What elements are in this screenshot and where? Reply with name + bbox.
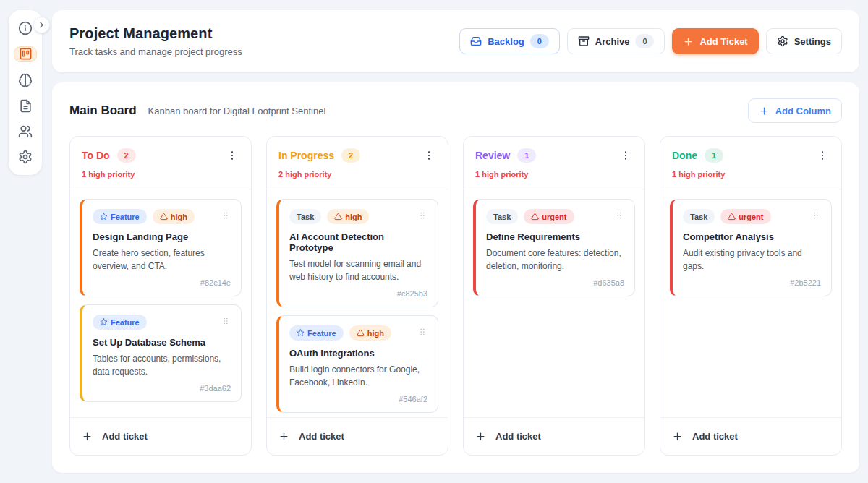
column-title: Done	[672, 150, 697, 161]
column-review: Review 1 1 high priority Task urgent	[463, 136, 645, 456]
add-ticket-column-button[interactable]: Add ticket	[278, 431, 344, 442]
sidebar	[9, 10, 42, 175]
settings-button[interactable]: Settings	[766, 28, 842, 54]
archive-button[interactable]: Archive 0	[567, 28, 665, 54]
column-menu-button[interactable]	[618, 148, 633, 163]
chevron-right-icon	[37, 20, 46, 30]
kebab-icon	[620, 150, 631, 161]
alert-triangle-icon	[334, 213, 342, 221]
column-todo: To Do 2 1 high priority Feature high	[69, 136, 252, 456]
ticket-id: #82c14e	[93, 278, 231, 287]
ticket-id: #546af2	[289, 395, 427, 403]
drag-handle-icon[interactable]	[614, 209, 624, 221]
archive-count-badge: 0	[635, 34, 654, 48]
column-title: Review	[475, 150, 510, 161]
board-title: Main Board	[69, 103, 137, 118]
tag-priority-high: high	[327, 209, 369, 224]
board-header: Main Board Kanban board for Digital Foot…	[69, 98, 842, 123]
file-icon	[19, 99, 33, 113]
alert-triangle-icon	[357, 329, 365, 337]
drag-handle-icon[interactable]	[811, 209, 821, 221]
alert-triangle-icon	[728, 213, 736, 221]
tag-feature: Feature	[93, 209, 147, 224]
sidebar-item-ai[interactable]	[14, 72, 37, 88]
kebab-icon	[423, 150, 435, 161]
column-cards-area: Task urgent Competitor Analysis Audit ex…	[660, 189, 841, 417]
board-subtitle: Kanban board for Digital Footprint Senti…	[148, 106, 326, 116]
brain-icon	[18, 73, 33, 87]
ticket-card[interactable]: Feature high Design Landing Page Create …	[80, 199, 242, 296]
drag-handle-icon[interactable]	[221, 209, 231, 221]
column-done: Done 1 1 high priority Task urgent	[660, 136, 842, 456]
main-content: Project Management Track tasks and manag…	[52, 0, 859, 483]
column-header: Done 1 1 high priority	[660, 137, 841, 189]
tag-priority-urgent: urgent	[524, 209, 574, 224]
kanban-icon	[19, 47, 33, 61]
column-count-badge: 2	[341, 148, 360, 163]
plus-icon	[82, 431, 93, 442]
archive-icon	[578, 35, 590, 47]
add-ticket-column-button[interactable]: Add ticket	[475, 431, 541, 442]
add-ticket-button[interactable]: Add Ticket	[672, 28, 758, 54]
star-icon	[100, 213, 108, 221]
sidebar-item-team[interactable]	[14, 124, 37, 140]
page-header: Project Management Track tasks and manag…	[52, 10, 859, 72]
column-title: To Do	[82, 150, 110, 161]
column-cards-area: Task urgent Define Requirements Document…	[464, 189, 644, 417]
tag-task: Task	[683, 209, 715, 224]
ticket-title: OAuth Integrations	[289, 348, 427, 359]
drag-handle-icon[interactable]	[221, 315, 231, 326]
column-in-progress: In Progress 2 2 high priority Task high	[266, 136, 448, 456]
column-menu-button[interactable]	[225, 148, 239, 163]
kebab-icon	[226, 150, 238, 161]
alert-triangle-icon	[531, 213, 539, 221]
sidebar-item-documents[interactable]	[14, 98, 37, 114]
sidebar-expand-button[interactable]	[33, 17, 50, 33]
users-icon	[18, 124, 33, 139]
ticket-title: Design Landing Page	[93, 231, 231, 242]
column-menu-button[interactable]	[422, 148, 436, 163]
ticket-card[interactable]: Feature Set Up Database Schema Tables fo…	[80, 304, 242, 402]
tag-priority-urgent: urgent	[720, 209, 770, 224]
ticket-card[interactable]: Task high AI Account Detection Prototype…	[276, 199, 438, 307]
column-menu-button[interactable]	[815, 148, 830, 163]
add-ticket-column-button[interactable]: Add ticket	[672, 431, 738, 442]
ticket-id: #3daa62	[93, 384, 231, 393]
column-priority-note: 1 high priority	[82, 170, 239, 179]
gear-icon	[18, 150, 33, 164]
star-icon	[100, 318, 108, 326]
column-header: To Do 2 1 high priority	[70, 137, 251, 189]
column-priority-note: 1 high priority	[475, 170, 633, 179]
ticket-description: Document core features: detection, delet…	[486, 247, 624, 273]
board-section: Main Board Kanban board for Digital Foot…	[52, 82, 859, 473]
column-cards-area: Task high AI Account Detection Prototype…	[267, 189, 448, 417]
ticket-description: Build login connectors for Google, Faceb…	[289, 363, 427, 389]
ticket-card[interactable]: Task urgent Competitor Analysis Audit ex…	[670, 199, 832, 296]
column-header: Review 1 1 high priority	[464, 137, 644, 189]
ticket-description: Tables for accounts, permissions, data r…	[93, 352, 231, 378]
column-title: In Progress	[278, 150, 334, 161]
ticket-title: Competitor Analysis	[683, 231, 821, 242]
sidebar-item-board[interactable]	[14, 46, 37, 62]
kanban-columns: To Do 2 1 high priority Feature high	[69, 136, 842, 456]
add-column-button[interactable]: Add Column	[748, 98, 842, 123]
plus-icon	[683, 36, 694, 47]
drag-handle-icon[interactable]	[417, 325, 427, 337]
sidebar-item-settings[interactable]	[14, 149, 37, 165]
column-cards-area: Feature high Design Landing Page Create …	[70, 189, 251, 417]
gear-icon	[777, 35, 788, 47]
column-priority-note: 2 high priority	[278, 170, 436, 179]
backlog-button[interactable]: Backlog 0	[459, 28, 560, 54]
ticket-title: AI Account Detection Prototype	[289, 231, 427, 253]
page-title: Project Management	[69, 25, 242, 42]
drag-handle-icon[interactable]	[417, 209, 427, 221]
column-header: In Progress 2 2 high priority	[267, 137, 448, 189]
tag-priority-high: high	[349, 325, 391, 341]
backlog-count-badge: 0	[530, 34, 549, 48]
plus-icon	[759, 106, 770, 116]
column-count-badge: 1	[705, 148, 723, 163]
backlog-label: Backlog	[488, 36, 524, 47]
ticket-card[interactable]: Feature high OAuth Integrations Build lo…	[276, 315, 438, 413]
add-ticket-column-button[interactable]: Add ticket	[82, 431, 148, 442]
ticket-card[interactable]: Task urgent Define Requirements Document…	[473, 199, 635, 296]
